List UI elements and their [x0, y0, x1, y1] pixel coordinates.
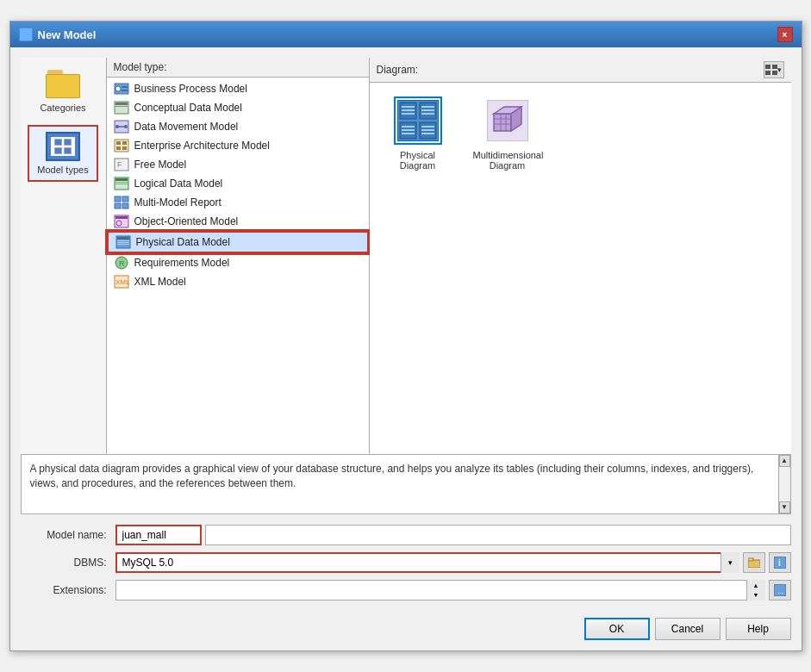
svg-text:...: ...: [777, 587, 784, 595]
req-icon: R: [114, 256, 129, 270]
model-name-input[interactable]: [115, 525, 202, 545]
multidimensional-diagram-icon-wrapper: [483, 96, 532, 145]
svg-rect-45: [402, 113, 415, 115]
svg-text:i: i: [778, 558, 781, 568]
main-content: Categories Model: [21, 58, 791, 454]
list-item[interactable]: Multi-Model Report: [107, 193, 369, 212]
diagram-item-physical[interactable]: Physical Diagram: [384, 96, 452, 171]
extensions-icon: ...: [774, 584, 786, 596]
info-icon: i: [774, 557, 786, 569]
title-bar: New Model ×: [10, 22, 802, 47]
model-types-icon: [46, 132, 80, 161]
list-item[interactable]: Object-Oriented Model: [107, 212, 369, 231]
svg-rect-13: [116, 146, 121, 150]
dropdown-arrow-icon: ▾: [777, 65, 782, 74]
svg-rect-5: [115, 103, 128, 105]
form-area: Model name: DBMS: MySQL 5.0 ▾: [21, 521, 791, 611]
svg-rect-56: [421, 129, 434, 131]
list-item[interactable]: Data Movement Model: [107, 117, 369, 136]
extensions-row: Extensions: ▲ ▼ ...: [21, 580, 791, 600]
dbms-value: MySQL 5.0: [122, 557, 174, 569]
list-item[interactable]: Business Process Model: [107, 79, 369, 98]
dbms-label: DBMS:: [21, 557, 115, 569]
bpm-icon: [114, 82, 129, 96]
svg-rect-49: [421, 113, 434, 115]
extensions-select-field[interactable]: [115, 580, 765, 600]
svg-point-9: [124, 125, 128, 128]
svg-rect-24: [122, 203, 128, 208]
svg-point-1: [115, 86, 121, 91]
list-item[interactable]: Conceptual Data Model: [107, 98, 369, 117]
dbms-info-button[interactable]: i: [769, 552, 791, 573]
ok-button[interactable]: OK: [584, 618, 650, 640]
svg-rect-6: [115, 106, 128, 107]
list-item[interactable]: R Requirements Model: [107, 253, 369, 272]
model-type-list: Business Process Model Conceptual Data M…: [107, 78, 369, 293]
scroll-down-button[interactable]: ▼: [779, 501, 790, 513]
svg-rect-18: [115, 178, 128, 181]
physical-diagram-icon-wrapper: [394, 96, 442, 145]
pdm-icon: [115, 235, 131, 249]
categories-label: Categories: [40, 103, 85, 113]
description-text: A physical data diagram provides a graph…: [30, 463, 754, 489]
model-name-input-full[interactable]: [205, 525, 791, 545]
svg-rect-30: [117, 240, 129, 241]
multidimensional-diagram-label: Multidimensional Diagram: [473, 150, 542, 171]
dialog-title: New Model: [38, 28, 97, 41]
list-item-physical-data-model[interactable]: Physical Data Model: [107, 231, 369, 253]
svg-rect-19: [115, 182, 128, 183]
list-item[interactable]: Logical Data Model: [107, 174, 369, 193]
svg-rect-14: [122, 146, 127, 150]
dbms-select-field[interactable]: MySQL 5.0: [115, 552, 739, 573]
svg-text:F: F: [117, 160, 122, 169]
eam-icon: [114, 139, 129, 152]
scroll-up-button[interactable]: ▲: [779, 455, 790, 467]
model-type-panel: Model type: Business Process Model Conce…: [107, 58, 370, 454]
sidebar-item-model-types[interactable]: Model types: [28, 125, 98, 182]
svg-rect-12: [122, 141, 127, 145]
svg-rect-20: [115, 184, 128, 184]
svg-rect-21: [115, 196, 121, 202]
folder-icon: [46, 70, 80, 99]
multidimensional-diagram-icon: [487, 100, 528, 141]
free-icon: F: [114, 158, 129, 171]
list-item[interactable]: Enterprise Architecture Model: [107, 136, 369, 155]
model-name-input-wrap: [115, 525, 791, 545]
svg-rect-22: [122, 196, 128, 202]
svg-rect-67: [748, 558, 753, 561]
dbms-browse-button[interactable]: [743, 552, 765, 573]
svg-rect-37: [765, 65, 770, 69]
svg-rect-51: [402, 126, 415, 128]
diagram-header: Diagram: ▾: [370, 58, 791, 83]
close-button[interactable]: ×: [777, 27, 793, 42]
list-item[interactable]: XML XML Model: [107, 272, 369, 291]
title-bar-left: New Model: [19, 28, 97, 41]
svg-rect-53: [402, 133, 415, 134]
svg-rect-31: [117, 242, 129, 243]
svg-rect-29: [117, 237, 129, 240]
extensions-spinner[interactable]: ▲ ▼: [746, 580, 765, 600]
mmr-icon: [114, 196, 129, 209]
extensions-select-wrap: ▲ ▼: [115, 580, 765, 600]
dbms-row: DBMS: MySQL 5.0 ▾ i: [21, 552, 791, 573]
svg-rect-3: [122, 90, 128, 91]
dbms-dropdown-arrow[interactable]: ▾: [721, 552, 739, 573]
svg-rect-57: [421, 133, 434, 134]
svg-rect-23: [115, 203, 121, 208]
dmm-icon: [114, 120, 129, 134]
sidebar-item-categories[interactable]: Categories: [28, 65, 98, 118]
extensions-browse-button[interactable]: ...: [769, 580, 791, 600]
diagram-item-multidimensional[interactable]: Multidimensional Diagram: [473, 96, 542, 171]
dbms-select-wrap: MySQL 5.0 ▾: [115, 552, 739, 573]
diagram-header-label: Diagram:: [377, 64, 419, 76]
physical-diagram-icon: [397, 100, 439, 141]
dialog-icon: [19, 28, 33, 41]
xml-icon: XML: [114, 275, 129, 289]
description-scrollbar[interactable]: ▲ ▼: [778, 455, 790, 513]
list-item[interactable]: F Free Model: [107, 155, 369, 174]
svg-rect-52: [402, 129, 415, 131]
view-toggle-button[interactable]: ▾: [764, 61, 784, 78]
help-button[interactable]: Help: [726, 618, 791, 640]
model-name-label: Model name:: [21, 529, 115, 541]
cancel-button[interactable]: Cancel: [655, 618, 721, 640]
